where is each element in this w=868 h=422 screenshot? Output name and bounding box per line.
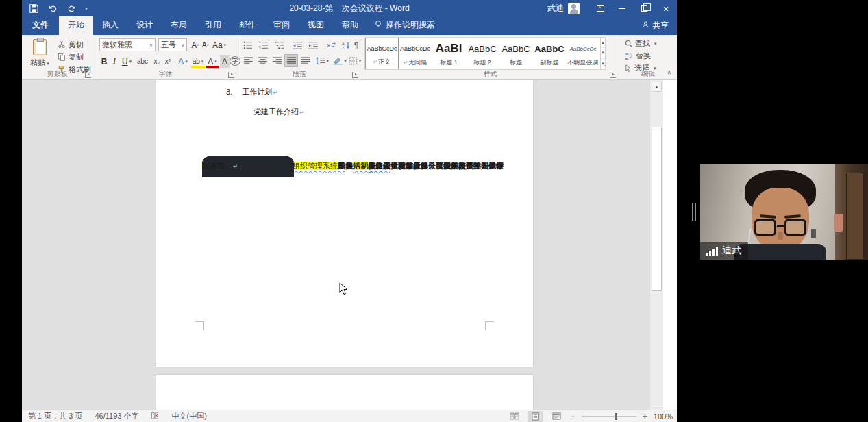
- group-font: 微软雅黑∨ 五号∨ A˄ A˅ Aa▾ A B I U▾ abc x₂ x² A…: [95, 35, 236, 80]
- line-spacing-button[interactable]: ▾: [315, 54, 329, 67]
- style-card-0[interactable]: AaBbCcDc↵正文: [365, 38, 399, 69]
- asian-layout-button[interactable]: X: [323, 38, 337, 51]
- character-shading-button[interactable]: A: [220, 55, 230, 68]
- quick-access-toolbar: ▾: [22, 3, 88, 15]
- document-page-1[interactable]: 3.工作计划↵党建工作介绍↵化院党建研究会旨在通过学生自治的方式开展学院党建工作…: [156, 80, 533, 367]
- save-icon[interactable]: [27, 3, 40, 15]
- zoom-slider-thumb[interactable]: [615, 413, 617, 420]
- document-area[interactable]: 3.工作计划↵党建工作介绍↵化院党建研究会旨在通过学生自治的方式开展学院党建工作…: [22, 80, 663, 410]
- tab-4[interactable]: 引用: [196, 16, 230, 35]
- page-indicator[interactable]: 第 1 页，共 3 页: [22, 411, 88, 421]
- scroll-up-icon[interactable]: ▲: [652, 82, 662, 92]
- italic-button[interactable]: I: [110, 55, 119, 68]
- styles-gallery: AaBbCcDc↵正文AaBbCcDc↵无间隔AaBl标题 1AaBbC标题 2…: [364, 37, 606, 70]
- undo-icon[interactable]: [47, 3, 59, 15]
- document-text: 3.工作计划↵党建工作介绍↵化院党建研究会旨在通过学生自治的方式开展学院党建工作…: [197, 82, 498, 122]
- change-case-button[interactable]: Aa▾: [212, 38, 227, 51]
- zoom-level[interactable]: 100%: [654, 412, 673, 421]
- font-size-select[interactable]: 五号∨: [158, 38, 187, 51]
- share-button[interactable]: 共享: [642, 20, 669, 32]
- decrease-indent-button[interactable]: [290, 38, 304, 51]
- find-button[interactable]: 查找▾: [625, 38, 657, 49]
- account-name[interactable]: 武迪: [547, 3, 564, 14]
- language-indicator[interactable]: 中文(中国): [165, 411, 212, 421]
- style-card-5[interactable]: AaBbC副标题: [533, 38, 567, 69]
- superscript-button[interactable]: x²: [162, 55, 173, 68]
- subscript-button[interactable]: x₂: [151, 55, 162, 68]
- replace-button[interactable]: abac 替换: [625, 50, 651, 62]
- text-highlight-button[interactable]: ab▾: [191, 55, 205, 68]
- style-card-1[interactable]: AaBbCcDc↵无间隔: [399, 38, 432, 69]
- justify-button[interactable]: [284, 54, 298, 67]
- video-panel-handle[interactable]: [692, 203, 696, 221]
- close-button[interactable]: ×: [655, 0, 677, 17]
- font-color-button[interactable]: A▾: [206, 55, 219, 68]
- font-family-select[interactable]: 微软雅黑∨: [99, 38, 156, 51]
- print-layout-icon[interactable]: [528, 411, 543, 422]
- styles-dialog-launcher-icon[interactable]: [610, 72, 616, 78]
- document-page-2[interactable]: [156, 375, 533, 410]
- styles-scrollbar[interactable]: ▲ ▼ ▼̲: [600, 38, 605, 69]
- align-left-button[interactable]: [241, 54, 255, 67]
- tab-0[interactable]: 开始: [59, 16, 93, 35]
- zoom-slider[interactable]: [582, 416, 636, 417]
- ribbon-display-options-icon[interactable]: [589, 0, 611, 17]
- grow-font-button[interactable]: A˄: [190, 38, 201, 51]
- doc-line-1: 党建工作介绍↵: [197, 102, 498, 122]
- borders-button[interactable]: ▾: [348, 54, 362, 67]
- text-effects-button[interactable]: A▾: [176, 55, 190, 68]
- person-icon: [642, 21, 649, 31]
- align-right-button[interactable]: [270, 54, 284, 67]
- scrollbar-thumb[interactable]: [652, 127, 662, 291]
- bullet-list-button[interactable]: [241, 38, 255, 51]
- style-card-6[interactable]: AaBbCcDc不明显强调: [567, 38, 600, 69]
- tab-8[interactable]: 帮助: [333, 16, 367, 35]
- strikethrough-button[interactable]: abc: [135, 55, 150, 68]
- tab-file[interactable]: 文件: [22, 16, 59, 35]
- tab-6[interactable]: 审阅: [264, 16, 299, 35]
- tell-me-box[interactable]: 操作说明搜索: [374, 19, 435, 35]
- collapse-ribbon-icon[interactable]: ∧: [667, 69, 671, 75]
- zoom-out-icon[interactable]: −: [571, 412, 575, 421]
- tab-7[interactable]: 视图: [299, 16, 333, 35]
- tab-2[interactable]: 设计: [127, 16, 162, 35]
- multilevel-list-button[interactable]: [273, 38, 286, 51]
- margin-mark-left: [195, 321, 204, 330]
- proofing-icon[interactable]: [145, 412, 165, 421]
- zoom-in-icon[interactable]: +: [643, 412, 647, 421]
- minimize-button[interactable]: [611, 0, 633, 17]
- account-avatar[interactable]: [568, 3, 580, 14]
- copy-button[interactable]: 复制: [58, 51, 84, 63]
- clipboard-dialog-launcher-icon[interactable]: [85, 72, 91, 78]
- underline-button[interactable]: U▾: [120, 55, 134, 68]
- tab-1[interactable]: 插入: [93, 16, 127, 35]
- read-mode-icon[interactable]: [507, 411, 522, 422]
- tab-5[interactable]: 邮件: [230, 16, 264, 35]
- shrink-font-button[interactable]: A˅: [201, 38, 210, 51]
- font-dialog-launcher-icon[interactable]: [228, 72, 234, 78]
- style-card-3[interactable]: AaBbC标题 2: [466, 38, 499, 69]
- qat-customize-icon[interactable]: ▾: [85, 5, 88, 12]
- distribute-button[interactable]: [299, 54, 312, 67]
- status-bar: 第 1 页，共 3 页 46/1193 个字 中文(中国) − + 100%: [22, 410, 677, 422]
- word-count[interactable]: 46/1193 个字: [88, 411, 145, 421]
- paragraph-dialog-launcher-icon[interactable]: [352, 72, 358, 78]
- svg-text:ab: ab: [625, 53, 630, 56]
- style-card-2[interactable]: AaBl标题 1: [432, 38, 466, 69]
- web-layout-icon[interactable]: [549, 411, 565, 422]
- style-card-4[interactable]: AaBbC标题: [499, 38, 533, 69]
- increase-indent-button[interactable]: [306, 38, 320, 51]
- shading-button[interactable]: ▾: [333, 54, 347, 67]
- cut-button[interactable]: 剪切: [58, 38, 84, 51]
- show-marks-button[interactable]: ¶: [349, 38, 363, 51]
- redo-icon[interactable]: [66, 3, 78, 15]
- tab-3[interactable]: 布局: [162, 16, 196, 35]
- restore-button[interactable]: [633, 0, 655, 17]
- webcam-video[interactable]: 迪武: [700, 164, 868, 260]
- align-center-button[interactable]: [256, 54, 269, 67]
- bold-button[interactable]: B: [99, 55, 109, 68]
- styles-scroll-up-icon: ▲: [601, 38, 605, 48]
- vertical-scrollbar[interactable]: ▲: [649, 80, 663, 410]
- numbered-list-button[interactable]: 123: [257, 38, 271, 51]
- paragraph-mark: ↵: [273, 89, 278, 96]
